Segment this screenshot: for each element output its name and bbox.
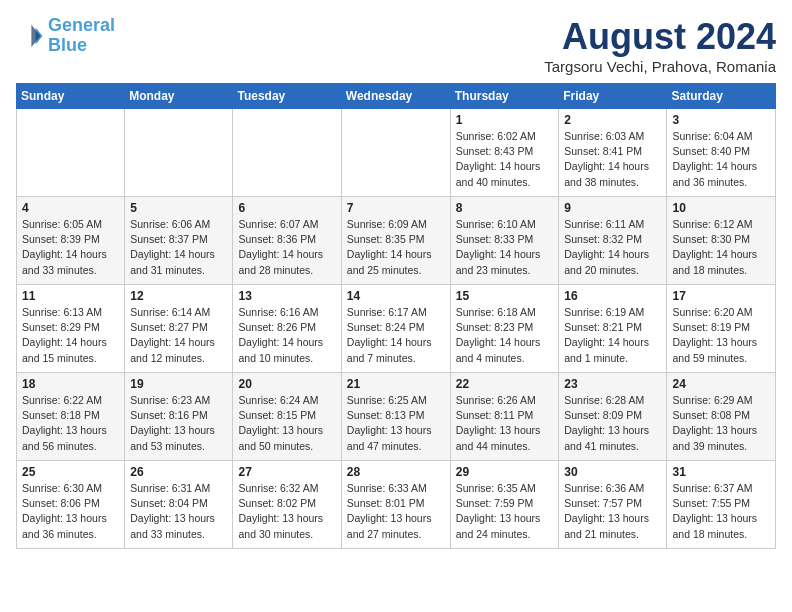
day-info: Sunrise: 6:32 AM Sunset: 8:02 PM Dayligh… xyxy=(238,481,335,542)
day-number: 12 xyxy=(130,289,227,303)
day-number: 5 xyxy=(130,201,227,215)
location-title: Targsoru Vechi, Prahova, Romania xyxy=(544,58,776,75)
day-number: 3 xyxy=(672,113,770,127)
day-number: 10 xyxy=(672,201,770,215)
weekday-header-tuesday: Tuesday xyxy=(233,84,341,109)
day-info: Sunrise: 6:19 AM Sunset: 8:21 PM Dayligh… xyxy=(564,305,661,366)
day-info: Sunrise: 6:22 AM Sunset: 8:18 PM Dayligh… xyxy=(22,393,119,454)
calendar-cell: 30Sunrise: 6:36 AM Sunset: 7:57 PM Dayli… xyxy=(559,461,667,549)
day-number: 20 xyxy=(238,377,335,391)
page-header: General Blue August 2024 Targsoru Vechi,… xyxy=(16,16,776,75)
day-number: 2 xyxy=(564,113,661,127)
day-info: Sunrise: 6:18 AM Sunset: 8:23 PM Dayligh… xyxy=(456,305,554,366)
calendar-cell: 24Sunrise: 6:29 AM Sunset: 8:08 PM Dayli… xyxy=(667,373,776,461)
calendar-cell: 18Sunrise: 6:22 AM Sunset: 8:18 PM Dayli… xyxy=(17,373,125,461)
day-info: Sunrise: 6:25 AM Sunset: 8:13 PM Dayligh… xyxy=(347,393,445,454)
calendar-cell: 3Sunrise: 6:04 AM Sunset: 8:40 PM Daylig… xyxy=(667,109,776,197)
calendar-cell: 8Sunrise: 6:10 AM Sunset: 8:33 PM Daylig… xyxy=(450,197,559,285)
calendar-cell: 16Sunrise: 6:19 AM Sunset: 8:21 PM Dayli… xyxy=(559,285,667,373)
calendar-cell: 23Sunrise: 6:28 AM Sunset: 8:09 PM Dayli… xyxy=(559,373,667,461)
day-info: Sunrise: 6:23 AM Sunset: 8:16 PM Dayligh… xyxy=(130,393,227,454)
month-year-title: August 2024 xyxy=(544,16,776,58)
calendar-cell: 2Sunrise: 6:03 AM Sunset: 8:41 PM Daylig… xyxy=(559,109,667,197)
calendar-cell: 22Sunrise: 6:26 AM Sunset: 8:11 PM Dayli… xyxy=(450,373,559,461)
day-number: 7 xyxy=(347,201,445,215)
day-info: Sunrise: 6:30 AM Sunset: 8:06 PM Dayligh… xyxy=(22,481,119,542)
day-number: 29 xyxy=(456,465,554,479)
day-info: Sunrise: 6:20 AM Sunset: 8:19 PM Dayligh… xyxy=(672,305,770,366)
calendar-cell xyxy=(125,109,233,197)
logo: General Blue xyxy=(16,16,115,56)
calendar-cell xyxy=(233,109,341,197)
week-row-4: 18Sunrise: 6:22 AM Sunset: 8:18 PM Dayli… xyxy=(17,373,776,461)
day-number: 9 xyxy=(564,201,661,215)
weekday-header-wednesday: Wednesday xyxy=(341,84,450,109)
day-number: 26 xyxy=(130,465,227,479)
calendar-cell: 12Sunrise: 6:14 AM Sunset: 8:27 PM Dayli… xyxy=(125,285,233,373)
day-number: 11 xyxy=(22,289,119,303)
day-number: 28 xyxy=(347,465,445,479)
calendar-cell xyxy=(341,109,450,197)
calendar-cell: 1Sunrise: 6:02 AM Sunset: 8:43 PM Daylig… xyxy=(450,109,559,197)
day-info: Sunrise: 6:36 AM Sunset: 7:57 PM Dayligh… xyxy=(564,481,661,542)
day-number: 15 xyxy=(456,289,554,303)
day-number: 1 xyxy=(456,113,554,127)
week-row-1: 1Sunrise: 6:02 AM Sunset: 8:43 PM Daylig… xyxy=(17,109,776,197)
day-info: Sunrise: 6:07 AM Sunset: 8:36 PM Dayligh… xyxy=(238,217,335,278)
day-info: Sunrise: 6:03 AM Sunset: 8:41 PM Dayligh… xyxy=(564,129,661,190)
logo-text: General Blue xyxy=(48,16,115,56)
title-block: August 2024 Targsoru Vechi, Prahova, Rom… xyxy=(544,16,776,75)
day-number: 27 xyxy=(238,465,335,479)
calendar-cell: 10Sunrise: 6:12 AM Sunset: 8:30 PM Dayli… xyxy=(667,197,776,285)
calendar-cell: 27Sunrise: 6:32 AM Sunset: 8:02 PM Dayli… xyxy=(233,461,341,549)
calendar-cell: 11Sunrise: 6:13 AM Sunset: 8:29 PM Dayli… xyxy=(17,285,125,373)
weekday-header-thursday: Thursday xyxy=(450,84,559,109)
day-number: 18 xyxy=(22,377,119,391)
day-info: Sunrise: 6:31 AM Sunset: 8:04 PM Dayligh… xyxy=(130,481,227,542)
logo-icon xyxy=(16,22,44,50)
week-row-5: 25Sunrise: 6:30 AM Sunset: 8:06 PM Dayli… xyxy=(17,461,776,549)
day-number: 16 xyxy=(564,289,661,303)
day-info: Sunrise: 6:17 AM Sunset: 8:24 PM Dayligh… xyxy=(347,305,445,366)
weekday-header-saturday: Saturday xyxy=(667,84,776,109)
day-number: 14 xyxy=(347,289,445,303)
calendar-cell: 17Sunrise: 6:20 AM Sunset: 8:19 PM Dayli… xyxy=(667,285,776,373)
day-number: 22 xyxy=(456,377,554,391)
day-info: Sunrise: 6:14 AM Sunset: 8:27 PM Dayligh… xyxy=(130,305,227,366)
day-number: 31 xyxy=(672,465,770,479)
day-info: Sunrise: 6:10 AM Sunset: 8:33 PM Dayligh… xyxy=(456,217,554,278)
calendar-cell: 9Sunrise: 6:11 AM Sunset: 8:32 PM Daylig… xyxy=(559,197,667,285)
week-row-2: 4Sunrise: 6:05 AM Sunset: 8:39 PM Daylig… xyxy=(17,197,776,285)
day-info: Sunrise: 6:28 AM Sunset: 8:09 PM Dayligh… xyxy=(564,393,661,454)
weekday-header-monday: Monday xyxy=(125,84,233,109)
calendar-cell xyxy=(17,109,125,197)
day-number: 21 xyxy=(347,377,445,391)
day-info: Sunrise: 6:06 AM Sunset: 8:37 PM Dayligh… xyxy=(130,217,227,278)
day-number: 23 xyxy=(564,377,661,391)
day-info: Sunrise: 6:02 AM Sunset: 8:43 PM Dayligh… xyxy=(456,129,554,190)
day-number: 8 xyxy=(456,201,554,215)
day-number: 4 xyxy=(22,201,119,215)
week-row-3: 11Sunrise: 6:13 AM Sunset: 8:29 PM Dayli… xyxy=(17,285,776,373)
day-info: Sunrise: 6:13 AM Sunset: 8:29 PM Dayligh… xyxy=(22,305,119,366)
day-info: Sunrise: 6:35 AM Sunset: 7:59 PM Dayligh… xyxy=(456,481,554,542)
day-info: Sunrise: 6:16 AM Sunset: 8:26 PM Dayligh… xyxy=(238,305,335,366)
day-number: 25 xyxy=(22,465,119,479)
calendar-cell: 26Sunrise: 6:31 AM Sunset: 8:04 PM Dayli… xyxy=(125,461,233,549)
calendar-cell: 5Sunrise: 6:06 AM Sunset: 8:37 PM Daylig… xyxy=(125,197,233,285)
calendar-cell: 13Sunrise: 6:16 AM Sunset: 8:26 PM Dayli… xyxy=(233,285,341,373)
calendar-cell: 25Sunrise: 6:30 AM Sunset: 8:06 PM Dayli… xyxy=(17,461,125,549)
calendar-cell: 29Sunrise: 6:35 AM Sunset: 7:59 PM Dayli… xyxy=(450,461,559,549)
day-info: Sunrise: 6:04 AM Sunset: 8:40 PM Dayligh… xyxy=(672,129,770,190)
weekday-header-row: SundayMondayTuesdayWednesdayThursdayFrid… xyxy=(17,84,776,109)
day-number: 13 xyxy=(238,289,335,303)
day-info: Sunrise: 6:05 AM Sunset: 8:39 PM Dayligh… xyxy=(22,217,119,278)
day-info: Sunrise: 6:12 AM Sunset: 8:30 PM Dayligh… xyxy=(672,217,770,278)
day-info: Sunrise: 6:26 AM Sunset: 8:11 PM Dayligh… xyxy=(456,393,554,454)
calendar-cell: 19Sunrise: 6:23 AM Sunset: 8:16 PM Dayli… xyxy=(125,373,233,461)
calendar-cell: 6Sunrise: 6:07 AM Sunset: 8:36 PM Daylig… xyxy=(233,197,341,285)
calendar-table: SundayMondayTuesdayWednesdayThursdayFrid… xyxy=(16,83,776,549)
day-number: 24 xyxy=(672,377,770,391)
calendar-cell: 21Sunrise: 6:25 AM Sunset: 8:13 PM Dayli… xyxy=(341,373,450,461)
day-number: 6 xyxy=(238,201,335,215)
